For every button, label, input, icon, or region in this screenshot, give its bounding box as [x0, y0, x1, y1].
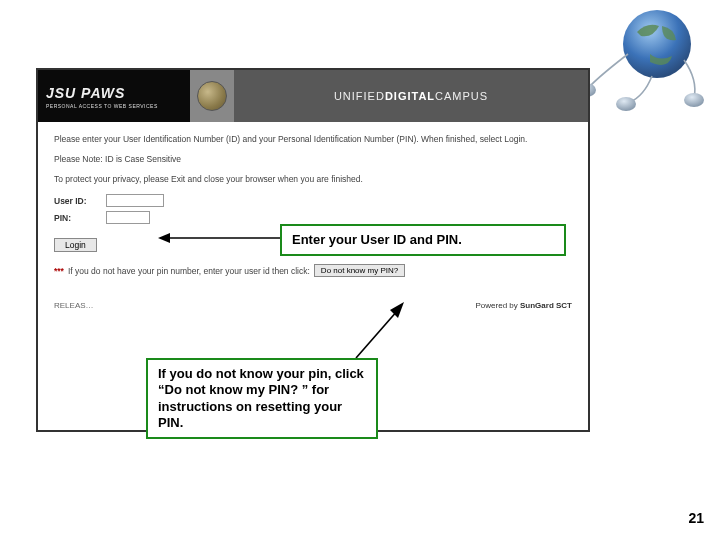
- powered-by: Powered by SunGard SCT: [476, 301, 572, 310]
- powered-brand: SunGard SCT: [520, 301, 572, 310]
- case-sensitive-note: Please Note: ID is Case Sensitive: [54, 154, 572, 164]
- globe-icon: [197, 81, 227, 111]
- powered-prefix: Powered by: [476, 301, 520, 310]
- svg-point-2: [616, 97, 636, 111]
- unified-digital-campus-label: UNIFIEDDIGITALCAMPUS: [334, 90, 488, 102]
- userid-label: User ID:: [54, 196, 100, 206]
- callout-enter-userid-pin: Enter your User ID and PIN.: [280, 224, 566, 256]
- no-pin-hint: *** If you do not have your pin number, …: [54, 264, 572, 277]
- pin-input[interactable]: [106, 211, 150, 224]
- privacy-note: To protect your privacy, please Exit and…: [54, 174, 572, 184]
- page-number: 21: [688, 510, 704, 526]
- userid-row: User ID:: [54, 194, 572, 207]
- login-content: Please enter your User Identification Nu…: [38, 122, 588, 316]
- banner-word-digital: DIGITAL: [385, 90, 435, 102]
- banner-word-campus: CAMPUS: [435, 90, 488, 102]
- banner-right: UNIFIEDDIGITALCAMPUS: [234, 70, 588, 122]
- release-label: RELEAS…: [54, 301, 94, 310]
- hint-text: If you do not have your pin number, ente…: [68, 266, 310, 276]
- app-header-banner: JSU PAWS PERSONAL ACCESS TO WEB SERVICES…: [38, 70, 588, 122]
- footer-line: RELEAS… Powered by SunGard SCT: [54, 301, 572, 310]
- do-not-know-pin-button[interactable]: Do not know my PIN?: [314, 264, 405, 277]
- globe-mice-decoration: [572, 4, 712, 114]
- login-button[interactable]: Login: [54, 238, 97, 252]
- stars-indicator: ***: [54, 266, 64, 276]
- logo-title: JSU PAWS: [46, 86, 182, 100]
- intro-text: Please enter your User Identification Nu…: [54, 134, 572, 144]
- svg-point-3: [684, 93, 704, 107]
- svg-point-0: [623, 10, 691, 78]
- logo-subtitle: PERSONAL ACCESS TO WEB SERVICES: [46, 103, 182, 109]
- banner-globe-icon: [190, 70, 234, 122]
- banner-word-unified: UNIFIED: [334, 90, 385, 102]
- callout-do-not-know-pin: If you do not know your pin, click “Do n…: [146, 358, 378, 439]
- pin-label: PIN:: [54, 213, 100, 223]
- jsu-paws-logo: JSU PAWS PERSONAL ACCESS TO WEB SERVICES: [38, 70, 190, 122]
- userid-input[interactable]: [106, 194, 164, 207]
- pin-row: PIN:: [54, 211, 572, 224]
